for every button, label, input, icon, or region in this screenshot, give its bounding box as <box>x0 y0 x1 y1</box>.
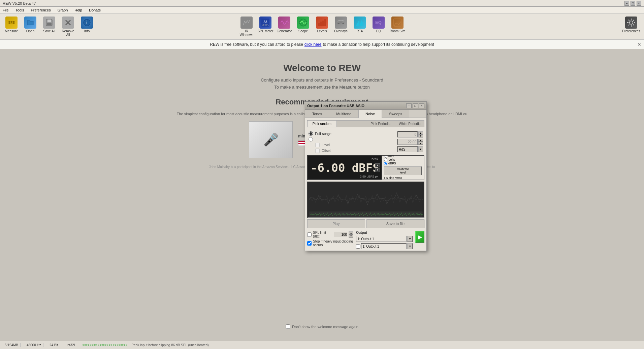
input2-up[interactable]: ▲ <box>418 139 423 142</box>
toolbar-center: IR Windows 83 dB SPL SPL Meter Generator <box>238 15 406 38</box>
tab-sweeps[interactable]: Sweeps <box>382 110 409 118</box>
bottom-checkbox-area: Don't show the welcome message again <box>286 324 358 329</box>
window-controls: − □ × <box>624 1 641 6</box>
calibrate-btn[interactable]: Calibratelevel <box>384 166 422 175</box>
dropdown-arrow[interactable]: ▼ <box>418 146 423 152</box>
noise-tab-pink-random[interactable]: Pink random <box>308 121 337 127</box>
preferences-button[interactable]: Preferences <box>621 15 641 38</box>
output-select-row: ▼ <box>356 236 413 242</box>
welcome-subtitle1: Configure audio inputs and outputs in Pr… <box>170 77 474 83</box>
spl-limit-label: SPL limit (dB): <box>313 231 332 238</box>
custom-row <box>309 137 340 141</box>
generator-button[interactable]: Generator <box>276 15 293 38</box>
noise-tabs: Pink random Pink Periodic White Periodic <box>307 120 424 127</box>
donation-bar: REW is free software, but if you can aff… <box>0 40 644 49</box>
dialog-title: Output 1 on Focusrite USB ASIO <box>307 104 364 108</box>
close-btn[interactable]: × <box>637 1 641 6</box>
input2-down[interactable]: ▼ <box>418 142 423 145</box>
level-checkbox[interactable] <box>315 143 320 147</box>
dialog-close-btn[interactable]: × <box>419 103 424 108</box>
monitor-dropdown-arrow[interactable]: ▼ <box>407 243 413 249</box>
remove-all-button[interactable]: Remove All <box>59 15 77 38</box>
levels-button[interactable]: Levels <box>313 15 331 38</box>
offset-checkbox[interactable] <box>315 149 320 153</box>
spl-meter-button[interactable]: 83 dB SPL SPL Meter <box>257 15 274 38</box>
menu-help[interactable]: Help <box>73 8 84 12</box>
spl-up[interactable]: ▲ <box>349 231 353 234</box>
menu-graph[interactable]: Graph <box>56 8 69 12</box>
range-dropdown[interactable] <box>397 146 418 152</box>
stop-clipping-checkbox[interactable] <box>307 241 312 246</box>
fs-input[interactable] <box>384 180 399 181</box>
svg-rect-20 <box>322 21 324 26</box>
ir-windows-button[interactable]: IR Windows <box>238 15 255 38</box>
remove-all-label: Remove All <box>60 29 76 37</box>
input1-up[interactable]: ▲ <box>418 131 423 134</box>
level-label: Level <box>322 143 340 147</box>
overlays-button[interactable]: Overlays <box>332 15 350 38</box>
spl-limit-checkbox[interactable] <box>307 232 312 237</box>
save-all-label: Save All <box>43 29 55 33</box>
monitor-checkbox[interactable] <box>356 244 360 249</box>
svg-text:83: 83 <box>263 20 267 24</box>
scope-button[interactable]: Scope <box>294 15 312 38</box>
save-to-file-button[interactable]: Save to file <box>366 219 424 228</box>
dbv-radio[interactable] <box>384 155 387 158</box>
room-sim-button[interactable]: Room Sim <box>389 15 406 38</box>
meter-scroll-up[interactable]: ▲ <box>375 163 380 167</box>
meter-options: dBu dBV Volts dBFS <box>382 156 424 180</box>
noise-tab-pink-periodic[interactable]: Pink Periodic <box>366 121 395 127</box>
maximize-btn[interactable]: □ <box>631 1 635 6</box>
input1-row: ▲ ▼ <box>397 131 423 137</box>
save-all-icon <box>43 17 55 29</box>
monitor-select[interactable] <box>361 243 407 249</box>
tab-tones[interactable]: Tones <box>305 110 329 118</box>
svg-text:EQ: EQ <box>375 20 382 25</box>
measure-icon <box>5 17 18 29</box>
donation-link[interactable]: click here <box>304 42 322 47</box>
range-input1[interactable] <box>397 131 418 137</box>
open-button[interactable]: Open <box>22 15 39 38</box>
menu-donate[interactable]: Donate <box>88 8 102 12</box>
custom-radio[interactable] <box>309 137 313 141</box>
dialog-maximize-btn[interactable]: □ <box>413 103 418 108</box>
output-section: SPL limit (dB): ▲ ▼ Stop if heavy input … <box>305 229 426 251</box>
measure-label: Measure <box>5 29 18 33</box>
status-format: Int32L <box>64 343 78 347</box>
welcome-checkbox[interactable] <box>286 324 290 329</box>
status-vu3: XXXXXXXX <box>113 344 127 347</box>
full-range-radio[interactable] <box>309 131 313 136</box>
dialog-titlebar: Output 1 on Focusrite USB ASIO − □ × <box>305 102 426 110</box>
minimize-btn[interactable]: − <box>624 1 629 6</box>
full-range-row: Full range <box>309 131 340 136</box>
input1-down[interactable]: ▼ <box>418 134 423 137</box>
meter-scroll-down[interactable]: ▼ <box>375 168 380 172</box>
main-content: Welcome to REW Configure audio inputs an… <box>0 49 644 341</box>
app-title: REW V5.20 Beta 47 <box>3 1 36 5</box>
range-input2[interactable] <box>397 139 418 145</box>
dialog-minimize-btn[interactable]: − <box>406 103 412 108</box>
volts-radio[interactable] <box>384 158 387 161</box>
output-select[interactable] <box>356 236 407 242</box>
spl-down[interactable]: ▼ <box>349 234 353 237</box>
noise-tab-white-periodic[interactable]: White Periodic <box>395 121 424 127</box>
play-button[interactable]: Play <box>307 219 365 228</box>
info-button[interactable]: i Info <box>78 15 96 38</box>
menu-file[interactable]: File <box>1 8 10 12</box>
play-green-button[interactable]: ▶ <box>415 231 424 243</box>
spl-limit-input[interactable] <box>334 232 347 237</box>
menu-tools[interactable]: Tools <box>14 8 26 12</box>
noise-tab-empty[interactable] <box>337 121 366 127</box>
toolbar-right: Preferences <box>621 15 641 38</box>
tab-noise[interactable]: Noise <box>358 110 382 118</box>
eq-button[interactable]: EQ EQ <box>370 15 387 38</box>
output-dropdown-arrow[interactable]: ▼ <box>407 236 413 242</box>
donation-close-button[interactable]: ✕ <box>637 42 641 47</box>
dbfs-radio[interactable] <box>384 162 387 165</box>
menu-preferences[interactable]: Preferences <box>29 8 52 12</box>
measure-button[interactable]: Measure <box>3 15 20 38</box>
tab-multitone[interactable]: Multitone <box>329 110 358 118</box>
save-all-button[interactable]: Save All <box>40 15 58 38</box>
stop-clipping-label: Stop if heavy input clipping occurs <box>313 240 353 247</box>
rta-button[interactable]: RTA <box>351 15 368 38</box>
